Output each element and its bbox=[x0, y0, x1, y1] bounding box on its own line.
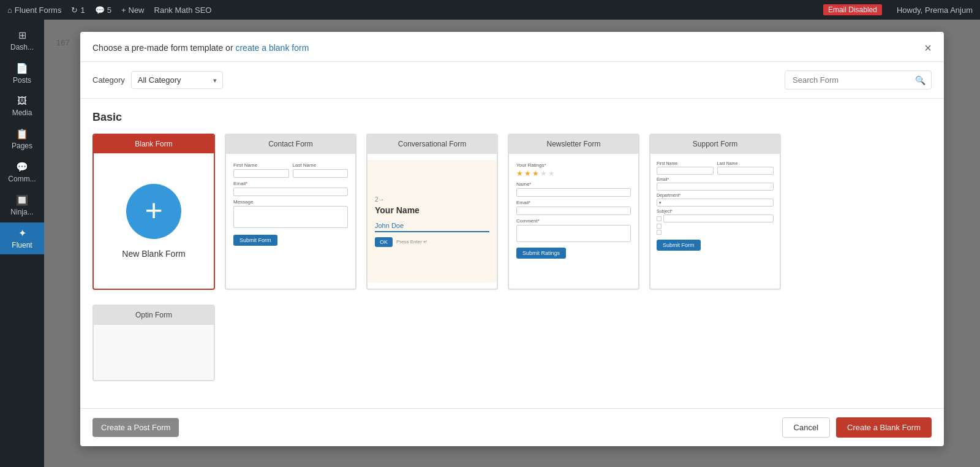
modal-body: Basic Blank Form + Ne bbox=[80, 99, 944, 408]
template-card-header-newsletter: Newsletter Form bbox=[509, 135, 638, 154]
template-card-body-contact: First Name Last Name bbox=[226, 154, 355, 289]
star-5: ★ bbox=[548, 169, 555, 178]
fluent-icon: ✦ bbox=[18, 227, 26, 239]
template-card-body-conv: 2→ Your Name OK Press Enter ↵ bbox=[368, 154, 497, 289]
modal-title: Choose a pre-made form template or creat… bbox=[92, 43, 309, 53]
admin-bar-new[interactable]: + New bbox=[121, 6, 145, 15]
conv-ok-btn[interactable]: OK bbox=[375, 237, 393, 247]
search-button[interactable]: 🔍 bbox=[915, 75, 925, 85]
footer-left: Create a Post Form bbox=[92, 418, 179, 437]
modal: Choose a pre-made form template or creat… bbox=[80, 32, 944, 446]
template-card-header-blank: Blank Form bbox=[94, 135, 214, 154]
sidebar-item-posts[interactable]: 📄 Posts bbox=[0, 58, 44, 89]
create-post-form-button[interactable]: Create a Post Form bbox=[92, 418, 179, 437]
category-row: Category All Category Basic Advanced Pay… bbox=[92, 71, 223, 89]
template-card-conversational[interactable]: Conversational Form 2→ Your Name OK Pre bbox=[366, 134, 498, 290]
search-wrapper: 🔍 bbox=[785, 70, 932, 89]
modal-filter: Category All Category Basic Advanced Pay… bbox=[80, 62, 944, 99]
sidebar-item-ninja[interactable]: 🔲 Ninja... bbox=[0, 189, 44, 221]
comments-icon: 💬 bbox=[16, 161, 28, 173]
contact-submit-btn[interactable]: Submit Form bbox=[233, 235, 277, 246]
modal-overlay: Choose a pre-made form template or creat… bbox=[44, 20, 980, 467]
template-grid-basic: Blank Form + New Blank Form bbox=[92, 134, 932, 290]
posts-icon: 📄 bbox=[16, 63, 28, 74]
star-3: ★ bbox=[532, 169, 539, 178]
template-card-header-optin: Optin Form bbox=[94, 306, 214, 325]
template-card-header-support: Support Form bbox=[650, 135, 780, 154]
conv-input[interactable] bbox=[375, 220, 489, 232]
category-label: Category bbox=[92, 75, 125, 85]
close-button[interactable]: × bbox=[924, 42, 932, 54]
template-card-header-conv: Conversational Form bbox=[368, 135, 497, 154]
category-select-wrapper: All Category Basic Advanced Payment ▾ bbox=[131, 71, 223, 89]
sidebar-item-comments[interactable]: 💬 Comm... bbox=[0, 156, 44, 188]
create-blank-link[interactable]: create a blank form bbox=[235, 43, 309, 53]
section-title-basic: Basic bbox=[92, 111, 932, 124]
conv-form-preview: 2→ Your Name OK Press Enter ↵ bbox=[368, 160, 497, 283]
admin-bar-rankmath[interactable]: Rank Math SEO bbox=[154, 6, 212, 15]
sidebar-item-dashboard[interactable]: ⊞ Dash... bbox=[0, 25, 44, 56]
admin-bar: ⌂ Fluent Forms ↻ 1 💬 5 + New Rank Math S… bbox=[0, 0, 980, 20]
blank-form-icon: + bbox=[126, 184, 181, 239]
star-2: ★ bbox=[524, 169, 531, 178]
search-input[interactable] bbox=[785, 70, 932, 89]
admin-bar-comments[interactable]: 💬 5 bbox=[95, 6, 111, 15]
support-form-preview: First Name Last Name bbox=[657, 161, 774, 251]
update-icon: ↻ bbox=[71, 6, 78, 15]
create-blank-button[interactable]: Create a Blank Form bbox=[836, 417, 932, 438]
cancel-button[interactable]: Cancel bbox=[782, 417, 830, 438]
email-disabled-badge: Email Disabled bbox=[823, 4, 882, 15]
admin-bar-updates[interactable]: ↻ 1 bbox=[71, 6, 85, 15]
pages-icon: 📋 bbox=[16, 128, 28, 140]
main-content: 167 Employment application form [fluentf… bbox=[44, 20, 980, 467]
sidebar-item-pages[interactable]: 📋 Pages bbox=[0, 123, 44, 155]
template-card-support[interactable]: Support Form First Name bbox=[649, 134, 781, 290]
support-submit-btn[interactable]: Submit Form bbox=[657, 240, 701, 251]
template-card-blank[interactable]: Blank Form + New Blank Form bbox=[92, 134, 215, 290]
dashboard-icon: ⊞ bbox=[18, 29, 26, 41]
template-card-contact[interactable]: Contact Form First Name bbox=[225, 134, 356, 290]
template-card-newsletter[interactable]: Newsletter Form Your Ratings* ★ ★ bbox=[508, 134, 639, 290]
sidebar-item-media[interactable]: 🖼 Media bbox=[0, 91, 44, 122]
admin-bar-howdy: Howdy, Prema Anjum bbox=[897, 6, 973, 15]
contact-form-preview: First Name Last Name bbox=[233, 162, 348, 246]
template-card-header-contact: Contact Form bbox=[226, 135, 355, 154]
template-card-body-optin bbox=[94, 325, 214, 380]
media-icon: 🖼 bbox=[17, 96, 27, 107]
home-icon: ⌂ bbox=[7, 6, 12, 15]
sidebar: ⊞ Dash... 📄 Posts 🖼 Media 📋 Pages 💬 Comm… bbox=[0, 20, 44, 467]
wp-layout: ⊞ Dash... 📄 Posts 🖼 Media 📋 Pages 💬 Comm… bbox=[0, 20, 980, 467]
template-grid-second: Optin Form bbox=[92, 305, 932, 381]
template-card-optin[interactable]: Optin Form bbox=[92, 305, 215, 381]
sidebar-item-fluent[interactable]: ✦ Fluent bbox=[0, 222, 44, 254]
star-1: ★ bbox=[516, 169, 523, 178]
template-card-body-support: First Name Last Name bbox=[650, 154, 780, 289]
template-card-body-blank: + New Blank Form bbox=[94, 154, 214, 289]
footer-right: Cancel Create a Blank Form bbox=[782, 417, 932, 438]
new-plus-icon: + bbox=[121, 6, 126, 15]
modal-header: Choose a pre-made form template or creat… bbox=[80, 32, 944, 62]
blank-form-label: New Blank Form bbox=[122, 249, 185, 259]
newsletter-submit-btn[interactable]: Submit Ratings bbox=[516, 248, 566, 259]
admin-bar-site[interactable]: ⌂ Fluent Forms bbox=[7, 6, 61, 15]
modal-footer: Create a Post Form Cancel Create a Blank… bbox=[80, 408, 944, 446]
ninja-icon: 🔲 bbox=[16, 194, 28, 206]
comment-icon: 💬 bbox=[95, 6, 105, 15]
category-select[interactable]: All Category Basic Advanced Payment bbox=[131, 71, 223, 89]
newsletter-form-preview: Your Ratings* ★ ★ ★ ★ ★ bbox=[516, 162, 631, 259]
star-4: ★ bbox=[540, 169, 547, 178]
template-card-body-newsletter: Your Ratings* ★ ★ ★ ★ ★ bbox=[509, 154, 638, 289]
